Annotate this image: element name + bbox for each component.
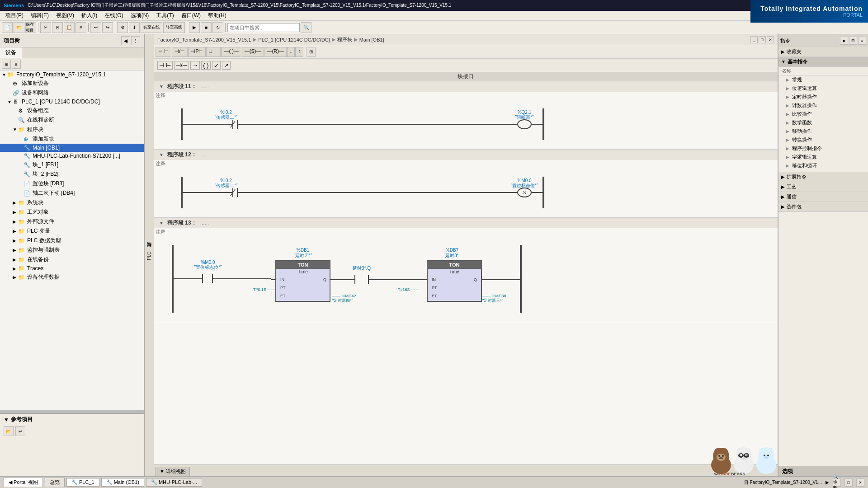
instr-convert[interactable]: ▶ 转换操作 (778, 136, 868, 144)
editor-minimize[interactable]: _ (750, 36, 758, 43)
cat-option-packages[interactable]: ▶ 选件包 (778, 202, 868, 212)
tree-plc-data-types[interactable]: ▶ 📁 PLC 数据类型 (0, 236, 144, 245)
instructions-panel[interactable]: ▶ 收藏夹 ▼ 基本指令 名称 ▶ 常规 ▶ 位逻辑运算 ▶ (778, 47, 868, 466)
main-ob1-tab[interactable]: 🔧 Main (OB1) (101, 478, 144, 487)
sym-branch-close[interactable]: ↗ (222, 61, 231, 70)
menu-help[interactable]: 帮助(H) (204, 11, 230, 20)
search-input[interactable] (227, 23, 300, 32)
segment-11-header[interactable]: ▼ 程序段 11： …… (154, 81, 778, 92)
lad-nc-contact-btn[interactable]: ⊣/⊢ (172, 47, 188, 57)
sym-branch-open[interactable]: ↙ (212, 61, 221, 70)
tree-plc-variables[interactable]: ▶ 📁 PLC 变量 (0, 226, 144, 236)
editor-close[interactable]: ✕ (767, 36, 774, 43)
status-win-btn[interactable]: □ (844, 479, 853, 487)
detail-view-tab[interactable]: ▼ 详细视图 (156, 467, 190, 476)
cat-communication[interactable]: ▶ 通信 (778, 192, 868, 202)
lad-fit-btn[interactable]: ⊞ (307, 47, 316, 57)
toolbar-redo[interactable]: ↪ (102, 22, 113, 33)
status-diag-btn[interactable]: 🔍 诊断 (833, 479, 841, 487)
portal-view-tab[interactable]: ◀ Portal 视图 (4, 478, 43, 487)
tree-program-blocks[interactable]: ▼ 📁 程序块 (0, 125, 144, 134)
instr-program-ctrl[interactable]: ▶ 程序控制指令 (778, 144, 868, 153)
editor-restore[interactable]: □ (759, 36, 766, 43)
toolbar-paste[interactable]: 📋 (64, 22, 75, 33)
tree-device-config[interactable]: ⚙ 设备组态 (0, 106, 144, 115)
lad-reset-coil-btn[interactable]: —(R)— (264, 47, 287, 57)
tree-online-backup[interactable]: ▶ 📁 在线备份 (0, 255, 144, 264)
menu-tools[interactable]: 工具(T) (152, 11, 177, 20)
tree-grid-view[interactable]: ⊞ (2, 60, 11, 69)
toolbar-cut[interactable]: ✂ (40, 22, 51, 33)
toolbar-delete[interactable]: ✕ (75, 22, 86, 33)
sym-output-coil[interactable]: ( ) (201, 61, 210, 70)
toolbar-stop-sim[interactable]: ■ (201, 22, 212, 33)
toolbar-open[interactable]: 📂 (14, 22, 24, 33)
lad-coil-btn[interactable]: —( )— (221, 47, 241, 57)
toolbar-start-sim[interactable]: ▶ (189, 22, 200, 33)
lad-content[interactable]: ▼ 程序段 11： …… 注释 %I0.2 "传感器二*" (154, 81, 778, 465)
tree-list-view[interactable]: ≡ (12, 60, 21, 69)
breadcrumb-item-1[interactable]: FactoryIO_Template_S7-1200_V15_V15.1 (157, 37, 251, 42)
instr-shift[interactable]: ▶ 移位和循环 (778, 161, 868, 170)
lad-set-coil-btn[interactable]: —(S)— (242, 47, 264, 57)
tree-collapse-btn[interactable]: ◀ (121, 36, 130, 45)
menu-online[interactable]: 在线(O) (101, 11, 127, 20)
tree-settings-btn[interactable]: ⋮ (131, 36, 140, 45)
breadcrumb-item-4[interactable]: Main [OB1] (359, 37, 384, 42)
toolbar-undo[interactable]: ↩ (90, 22, 101, 33)
tree-db3[interactable]: 📄 置位块 [DB3] (0, 179, 144, 188)
tree-mhu-function[interactable]: 🔧 MHU-PLC-Lab-Function-S71200 [...] (0, 152, 144, 160)
segment-13-header[interactable]: ▼ 程序段 13： …… (154, 218, 778, 228)
lad-no-contact-btn[interactable]: ⊣ ⊢ (156, 47, 171, 57)
instr-general[interactable]: ▶ 常规 (778, 75, 868, 84)
instr-timer[interactable]: ▶ 定时器操作 (778, 93, 868, 101)
tree-online-diag[interactable]: 🔍 在线和诊断 (0, 115, 144, 125)
tree-fb2[interactable]: 🔧 块_2 [FB2] (0, 169, 144, 179)
toolbar-new[interactable]: 📄 (2, 22, 13, 33)
instr-math[interactable]: ▶ 数学函数 (778, 118, 868, 127)
menu-options[interactable]: 选项(N) (127, 11, 153, 20)
breadcrumb-item-3[interactable]: 程序块 (337, 36, 352, 43)
segment-12-header[interactable]: ▼ 程序段 12： …… (154, 150, 778, 160)
right-panel-grid-btn[interactable]: ⊞ (849, 37, 857, 45)
tree-monitoring[interactable]: ▶ 📁 监控与强制表 (0, 245, 144, 255)
tree-main-ob1[interactable]: 🔧 Main [OB1] (0, 144, 144, 152)
lad-close-branch-btn[interactable]: ↑ (295, 47, 303, 57)
toolbar-copy[interactable]: ⎘ (52, 22, 63, 33)
tree-device-proxy[interactable]: ▶ 📁 设备代理数据 (0, 272, 144, 282)
seg11-collapse[interactable]: ▼ (159, 84, 164, 89)
devices-tab[interactable]: 设备 (0, 47, 22, 58)
tree-plc1[interactable]: ▼ 🖥 PLC_1 [CPU 1214C DC/DC/DC] (0, 98, 144, 106)
toolbar-go-offline[interactable]: 转至高线 (163, 22, 185, 33)
toolbar-download[interactable]: ⬇ (129, 22, 140, 33)
instr-word-logic[interactable]: ▶ 字逻辑运算 (778, 153, 868, 161)
instr-move[interactable]: ▶ 移动操作 (778, 127, 868, 136)
cat-basic[interactable]: ▼ 基本指令 (778, 57, 868, 67)
seg13-collapse[interactable]: ▼ (159, 221, 164, 225)
right-panel-list-btn[interactable]: ≡ (858, 37, 866, 45)
plc1-tab[interactable]: 🔧 PLC_1 (66, 478, 99, 487)
instr-counter[interactable]: ▶ 计数器操作 (778, 101, 868, 110)
tree-root[interactable]: ▼ 📁 FactoryIO_Template_S7-1200_V15.1 (0, 70, 144, 79)
menu-insert[interactable]: 插入(I) (78, 11, 101, 20)
toolbar-save-project[interactable]: 保存项目 (25, 22, 36, 33)
cat-technology[interactable]: ▶ 工艺 (778, 182, 868, 192)
instr-compare[interactable]: ▶ 比较操作 (778, 110, 868, 118)
toolbar-search-btn[interactable]: 🔍 (301, 22, 311, 33)
tree-devices-networks[interactable]: 🔗 设备和网络 (0, 88, 144, 98)
tree-db4[interactable]: 📄 轴二次下动 [DB4] (0, 188, 144, 198)
sym-nc-contact[interactable]: ⊣/⊢ (174, 61, 189, 70)
menu-window[interactable]: 窗口(W) (178, 11, 204, 20)
right-panel-expand-btn[interactable]: ▶ (840, 37, 848, 45)
seg12-collapse[interactable]: ▼ (159, 152, 164, 157)
ref-add-btn[interactable]: 📂 (4, 426, 14, 436)
tree-external-sources[interactable]: ▶ 📁 外部源文件 (0, 217, 144, 226)
menu-project[interactable]: 项目(P) (2, 11, 27, 20)
toolbar-mres[interactable]: ↻ (212, 22, 223, 33)
sym-arrow-right[interactable]: → (190, 61, 200, 70)
toolbar-go-online[interactable]: 转至在线 (141, 22, 162, 33)
menu-view[interactable]: 视图(V) (52, 11, 78, 20)
menu-edit[interactable]: 编辑(E) (27, 11, 52, 20)
tree-add-block[interactable]: ⊕ 添加新块 (0, 134, 144, 144)
ref-remove-btn[interactable]: ↩ (15, 426, 25, 436)
